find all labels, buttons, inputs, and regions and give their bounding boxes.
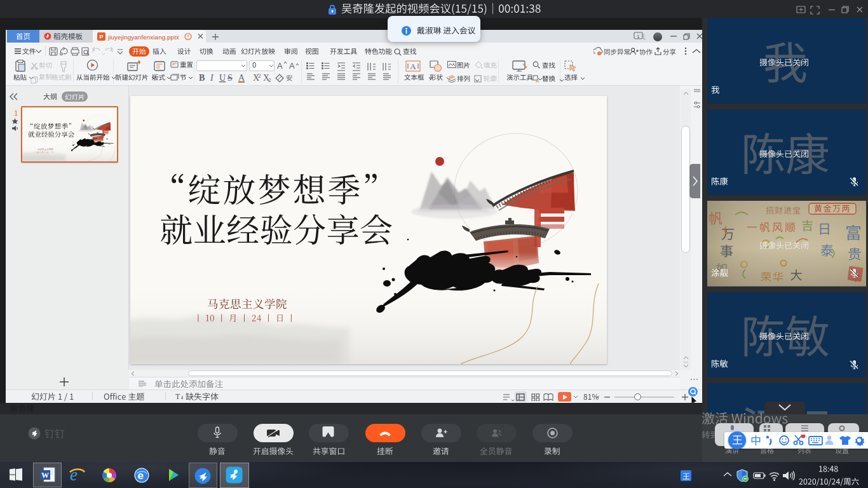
- svg-text:B: B: [199, 73, 205, 83]
- svg-text:!: !: [599, 51, 599, 55]
- svg-text:2: 2: [268, 77, 271, 83]
- svg-text:W: W: [41, 471, 49, 480]
- svg-text:T: T: [175, 392, 180, 400]
- svg-text:e: e: [70, 466, 78, 483]
- svg-text:P: P: [99, 34, 103, 40]
- svg-text:A: A: [410, 62, 416, 71]
- svg-text:U: U: [219, 73, 226, 83]
- svg-text:A: A: [238, 73, 245, 83]
- svg-text:S: S: [227, 73, 233, 83]
- svg-text:2: 2: [258, 72, 261, 79]
- svg-text:I: I: [210, 73, 214, 83]
- svg-text:A: A: [536, 78, 539, 83]
- svg-text:A: A: [277, 61, 283, 71]
- svg-text:A: A: [289, 61, 295, 71]
- svg-text:1: 1: [637, 34, 640, 39]
